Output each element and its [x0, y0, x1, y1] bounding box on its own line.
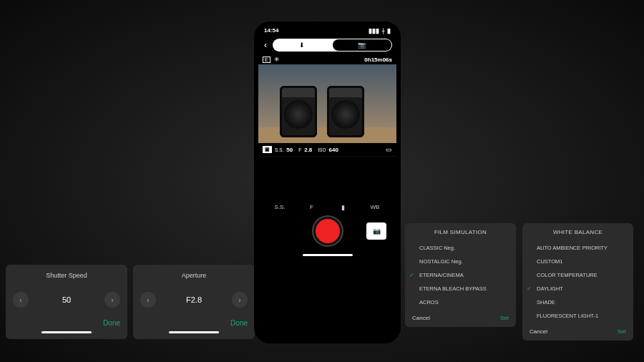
list-item[interactable]: SHADE	[522, 295, 633, 309]
f-label: F	[298, 147, 301, 152]
battery-icon: ▮	[387, 27, 391, 34]
aperture-panel: Aperture ‹ F2.8 › Done	[133, 265, 255, 339]
home-indicator[interactable]	[303, 254, 353, 256]
list-item[interactable]: ETERNA/CINEMA	[405, 268, 516, 282]
aperture-increment[interactable]: ›	[232, 292, 248, 308]
list-item[interactable]: NOSTALGIC Neg.	[405, 255, 516, 268]
status-time: 14:54	[264, 27, 278, 34]
film-sim-set[interactable]: Set	[500, 315, 509, 321]
camera-icon: 📷	[373, 228, 381, 235]
capture-still-button[interactable]: 📷	[366, 222, 386, 240]
histogram-area	[258, 157, 396, 200]
status-bar: 14:54 ▮▮▮ ⟊ ▮	[258, 26, 396, 36]
tab-aperture[interactable]: F	[296, 204, 327, 211]
list-item[interactable]: CLASSIC Neg.	[405, 241, 516, 255]
tab-film-sim[interactable]: ▮	[328, 204, 359, 211]
record-timer: 0h15m06s	[364, 57, 392, 63]
mode-toggle[interactable]: ⬇ 📷	[273, 39, 392, 52]
mode-camera[interactable]: 📷	[333, 39, 392, 51]
list-item[interactable]: ETERNA BLEACH BYPASS	[405, 282, 516, 295]
focus-mode-icon: ▣	[263, 146, 272, 153]
nav-row: ‹ ⬇ 📷	[258, 36, 396, 54]
list-item[interactable]: FLUORESCENT LIGHT-1	[522, 309, 633, 323]
film-simulation-panel: FILM SIMULATION CLASSIC Neg.NOSTALGIC Ne…	[405, 223, 516, 327]
aperture-title: Aperture	[140, 272, 248, 279]
list-item[interactable]: COLOR TEMPERATURE	[522, 268, 633, 282]
aperture-decrement[interactable]: ‹	[140, 292, 156, 308]
wb-set[interactable]: Set	[618, 328, 626, 335]
aperture-done-button[interactable]: Done	[140, 319, 248, 327]
list-item[interactable]: DAYLIGHT	[522, 282, 633, 295]
wb-indicator-icon: ✳	[274, 56, 280, 63]
shutter-decrement[interactable]: ‹	[13, 292, 29, 308]
setting-tabs: S.S. F ▮ WB	[258, 200, 396, 212]
shutter-title: Shutter Speed	[13, 272, 120, 279]
white-balance-panel: WHITE BALANCE AUTO AMBIENCE PRIORITYCUST…	[522, 223, 633, 341]
mode-download[interactable]: ⬇	[273, 39, 332, 52]
record-row: 📷	[258, 212, 396, 248]
exposure-readout: ▣ S.S. 50 F 2.8 ISO 640 ▭	[258, 143, 396, 157]
ss-readout: 50	[286, 147, 293, 153]
phone-remote-app: 14:54 ▮▮▮ ⟊ ▮ ‹ ⬇ 📷 E ✳ 0h15m06s ▣ S.S.	[254, 21, 401, 343]
film-sim-cancel[interactable]: Cancel	[412, 315, 430, 321]
list-item[interactable]: ACROS	[405, 295, 516, 309]
list-item[interactable]: AUTO AMBIENCE PRIORITY	[522, 241, 633, 255]
film-sim-list[interactable]: CLASSIC Neg.NOSTALGIC Neg.ETERNA/CINEMAE…	[405, 241, 516, 309]
shutter-done-button[interactable]: Done	[13, 319, 120, 327]
download-icon: ⬇	[299, 41, 305, 49]
wifi-icon: ⟊	[381, 27, 385, 34]
tab-white-balance[interactable]: WB	[359, 204, 391, 211]
live-viewfinder[interactable]	[258, 64, 396, 143]
home-indicator	[42, 331, 92, 333]
record-button[interactable]	[313, 217, 342, 245]
iso-readout: 640	[329, 147, 338, 153]
film-sim-title: FILM SIMULATION	[405, 229, 516, 241]
list-item[interactable]: CUSTOM1	[522, 255, 633, 268]
ss-label: S.S.	[275, 147, 283, 152]
exposure-badge: E	[263, 57, 270, 63]
wb-cancel[interactable]: Cancel	[530, 328, 547, 335]
tab-shutter[interactable]: S.S.	[264, 204, 296, 211]
film-icon: ▮	[341, 204, 345, 211]
f-readout: 2.8	[304, 147, 312, 153]
wb-list[interactable]: AUTO AMBIENCE PRIORITYCUSTOM1COLOR TEMPE…	[522, 241, 633, 323]
back-button[interactable]: ‹	[263, 40, 268, 50]
home-indicator	[169, 331, 219, 333]
shutter-value: 50	[62, 295, 71, 304]
shutter-increment[interactable]: ›	[104, 292, 120, 308]
iso-label: ISO	[318, 147, 326, 152]
shutter-speed-panel: Shutter Speed ‹ 50 › Done	[6, 265, 127, 339]
signal-icon: ▮▮▮	[369, 27, 379, 34]
aperture-value: F2.8	[186, 295, 202, 304]
camera-mode-icon: 📷	[358, 41, 366, 49]
camera-battery-icon: ▭	[386, 146, 392, 153]
info-row: E ✳ 0h15m06s	[258, 54, 396, 64]
wb-title: WHITE BALANCE	[522, 229, 633, 241]
